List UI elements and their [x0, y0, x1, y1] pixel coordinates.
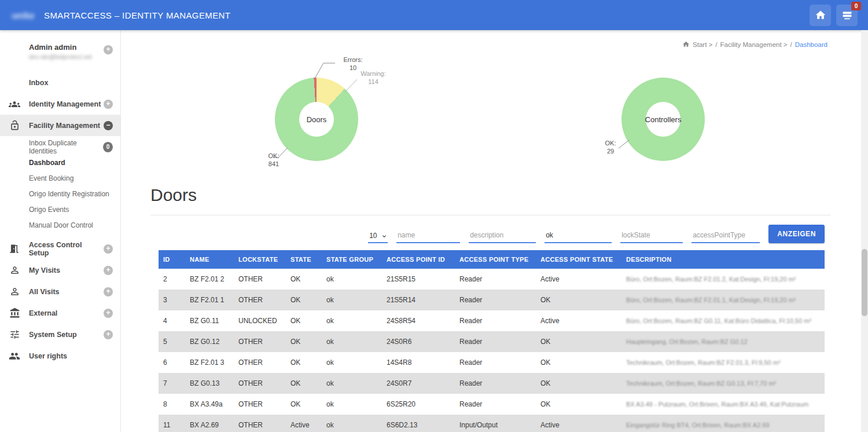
- access-point-type-filter-input[interactable]: [692, 228, 760, 243]
- app-logo-icon: unibz: [10, 5, 36, 25]
- expand-plus-icon[interactable]: +: [104, 330, 113, 339]
- col-header-state-group[interactable]: STATE GROUP: [322, 250, 382, 269]
- user-expander-icon[interactable]: +: [104, 45, 113, 54]
- cell-name: BX A3.49a: [185, 394, 234, 415]
- table-row[interactable]: 6 BZ F2.01 3 OTHER OK ok 14S4R8 Reader O…: [159, 352, 825, 373]
- col-header-state[interactable]: STATE: [286, 250, 322, 269]
- cell-access-point-state: OK: [536, 331, 621, 352]
- cell-access-point-state: OK: [536, 352, 621, 373]
- sidebar-item-inbox[interactable]: Inbox: [0, 72, 120, 93]
- breadcrumb-start[interactable]: Start >: [693, 41, 712, 48]
- cell-access-point-state: OK: [536, 394, 621, 415]
- sidebar-subitem-origo-identity-registration[interactable]: Origo Identity Registration: [0, 186, 120, 202]
- col-header-description[interactable]: DESCRIPTION: [621, 250, 825, 269]
- cell-state-group: ok: [322, 310, 382, 331]
- col-header-id[interactable]: ID: [159, 250, 185, 269]
- col-header-lockstate[interactable]: LOCKSTATE: [234, 250, 286, 269]
- sidebar-subitem-origo-events[interactable]: Origo Events: [0, 202, 120, 217]
- lock-state-filter-input[interactable]: [620, 228, 683, 243]
- sidebar-item-identity-management[interactable]: Identity Management +: [0, 93, 120, 115]
- col-header-access-point-state[interactable]: ACCESS POINT STATE: [536, 250, 621, 269]
- page-scrollbar[interactable]: [861, 30, 868, 432]
- cell-description: Büro, Ort:Bozen, Raum:BZ F2.01.2, Kat:De…: [621, 269, 825, 290]
- table-row[interactable]: 11 BX A2.69 OTHER Active ok 6S6D2.13 Inp…: [159, 415, 825, 432]
- cell-lockstate: OTHER: [234, 415, 286, 432]
- doors-donut-center-label: Doors: [307, 115, 327, 124]
- sidebar-item-label: Facility Management: [29, 122, 100, 130]
- breadcrumb-dashboard[interactable]: Dashboard: [795, 41, 827, 48]
- doors-donut-center: Doors: [299, 102, 334, 137]
- sidebar-item-all-visits[interactable]: All Visits +: [0, 281, 120, 302]
- cell-description: Technikraum, Ort:Bozen, Raum:BZ F2.01.3,…: [621, 352, 825, 373]
- sidebar-subitem-inbox-duplicate-identities[interactable]: Inbox Duplicate Identities 0: [0, 139, 120, 155]
- sidebar-subitem-label: Manual Door Control: [29, 221, 93, 229]
- expand-plus-icon[interactable]: +: [104, 266, 113, 275]
- cell-state-group: ok: [322, 290, 382, 310]
- cell-lockstate: UNLOCKED: [234, 310, 286, 331]
- doors-table: ID NAME LOCKSTATE STATE STATE GROUP ACCE…: [159, 250, 825, 432]
- sidebar-item-user-rights[interactable]: User rights: [0, 345, 120, 367]
- cell-state-group: ok: [322, 394, 382, 415]
- controllers-donut[interactable]: Controllers: [621, 78, 705, 161]
- controllers-donut-chart: Controllers OK: 29: [595, 55, 757, 189]
- user-block[interactable]: Admin admin dev-ido@belprotect.net +: [0, 30, 120, 64]
- cell-description: Büro, Ort:Bozen, Raum:BZ G0.11, Kat:Büro…: [621, 310, 825, 331]
- cell-description: Technikraum, Ort:Bozen, Raum:BZ G0.13, F…: [621, 373, 825, 394]
- table-row[interactable]: 7 BZ G0.13 OTHER OK ok 24S0R7 Reader OK …: [159, 373, 825, 394]
- bank-icon: [0, 307, 29, 318]
- cell-name: BX A2.69: [185, 415, 234, 432]
- collapse-minus-icon[interactable]: −: [104, 121, 113, 130]
- table-row[interactable]: 4 BZ G0.11 UNLOCKED OK ok 24S8R54 Reader…: [159, 310, 825, 331]
- cell-id: 6: [159, 352, 185, 373]
- page-size-select[interactable]: 10: [368, 228, 388, 243]
- door-icon: [0, 243, 29, 254]
- col-header-access-point-id[interactable]: ACCESS POINT ID: [382, 250, 455, 269]
- table-row[interactable]: 8 BX A3.49a OTHER OK ok 6S25R20 Reader O…: [159, 394, 825, 415]
- doors-table-wrap: ID NAME LOCKSTATE STATE STATE GROUP ACCE…: [159, 250, 825, 432]
- anzeigen-button[interactable]: ANZEIGEN: [768, 225, 825, 243]
- doors-donut[interactable]: Doors: [275, 78, 358, 161]
- cell-access-point-id: 24S8R54: [382, 310, 455, 331]
- sidebar-subitem-event-booking[interactable]: Event Booking: [0, 170, 120, 186]
- sidebar-item-external[interactable]: External +: [0, 302, 120, 324]
- cell-name: BZ F2.01 3: [185, 352, 234, 373]
- state-group-filter-input[interactable]: [545, 228, 612, 243]
- sidebar-item-label: Inbox: [29, 79, 48, 87]
- doors-donut-chart: Doors Errors: 10 Warning: 114 OK: 841: [254, 55, 416, 189]
- sidebar-item-system-setup[interactable]: System Setup +: [0, 324, 120, 345]
- sidebar-subitem-manual-door-control[interactable]: Manual Door Control: [0, 217, 120, 233]
- table-header-row: ID NAME LOCKSTATE STATE STATE GROUP ACCE…: [159, 250, 825, 269]
- scrollbar-thumb[interactable]: [862, 249, 867, 316]
- cell-access-point-id: 21S5R14: [382, 290, 455, 310]
- sidebar-item-label: Access Control Setup: [29, 241, 104, 257]
- table-row[interactable]: 3 BZ F2.01 1 OTHER OK ok 21S5R14 Reader …: [159, 290, 825, 310]
- sidebar-item-facility-management[interactable]: Facility Management −: [0, 115, 120, 136]
- expand-plus-icon[interactable]: +: [104, 244, 113, 254]
- expand-plus-icon[interactable]: +: [104, 309, 113, 318]
- expand-plus-icon[interactable]: +: [104, 100, 113, 109]
- cell-state: OK: [286, 352, 322, 373]
- breadcrumb-facility-management[interactable]: Facility Management >: [720, 41, 788, 48]
- sidebar-nav: Inbox Identity Management + Facility Man…: [0, 72, 120, 367]
- col-header-name[interactable]: NAME: [185, 250, 234, 269]
- queue-button[interactable]: 0: [836, 5, 858, 26]
- notification-badge: 0: [851, 2, 861, 10]
- sidebar-item-my-visits[interactable]: My Visits +: [0, 259, 120, 281]
- name-filter-input[interactable]: [396, 228, 460, 243]
- cell-access-point-state: Active: [536, 310, 621, 331]
- expand-plus-icon[interactable]: +: [104, 287, 113, 296]
- sidebar-item-access-control-setup[interactable]: Access Control Setup +: [0, 238, 120, 259]
- cell-id: 4: [159, 310, 185, 331]
- sidebar-subitem-dashboard[interactable]: Dashboard: [0, 155, 120, 170]
- description-filter-input[interactable]: [469, 228, 536, 243]
- col-header-access-point-type[interactable]: ACCESS POINT TYPE: [455, 250, 536, 269]
- home-button[interactable]: [810, 5, 831, 26]
- facility-submenu: Inbox Duplicate Identities 0 Dashboard E…: [0, 136, 120, 238]
- table-row[interactable]: 5 BZ G0.12 OTHER OK ok 24S0R6 Reader OK …: [159, 331, 825, 352]
- cell-state: OK: [286, 331, 322, 352]
- table-row[interactable]: 2 BZ F2.01 2 OTHER OK ok 21S5R15 Reader …: [159, 269, 825, 290]
- cell-id: 5: [159, 331, 185, 352]
- breadcrumb-separator: /: [790, 41, 792, 48]
- sidebar-subitem-label: Event Booking: [29, 174, 73, 182]
- cell-access-point-id: 24S0R7: [382, 373, 455, 394]
